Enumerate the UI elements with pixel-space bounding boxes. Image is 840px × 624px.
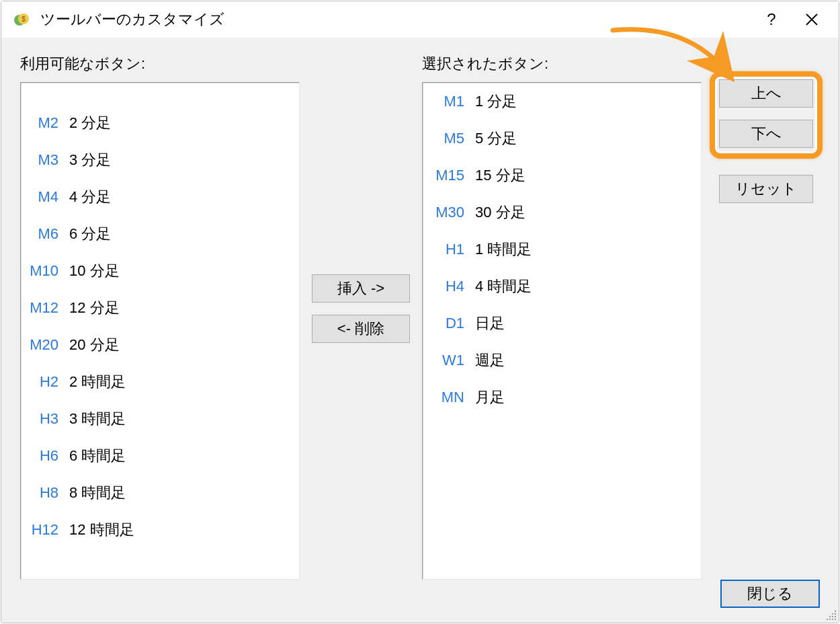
item-code: H2 — [28, 373, 65, 391]
item-desc: 12 時間足 — [65, 520, 134, 540]
item-desc: 6 分足 — [65, 224, 111, 244]
svg-rect-7 — [832, 616, 833, 617]
item-desc: 月足 — [471, 387, 505, 407]
svg-rect-4 — [832, 613, 833, 615]
list-item[interactable]: D1日足 — [423, 305, 701, 342]
item-code: M3 — [28, 151, 65, 169]
item-code: H1 — [429, 241, 471, 258]
selected-label: 選択されたボタン: — [422, 54, 702, 74]
item-code: M12 — [28, 299, 65, 317]
item-desc: 4 時間足 — [471, 276, 532, 297]
available-label: 利用可能なボタン: — [20, 54, 300, 74]
item-desc: 20 分足 — [65, 335, 120, 355]
item-code: M1 — [429, 93, 471, 110]
list-item[interactable]: H11 時間足 — [423, 231, 701, 268]
svg-rect-6 — [829, 616, 831, 617]
list-item[interactable]: H88 時間足 — [21, 474, 299, 511]
item-desc: 1 分足 — [471, 91, 517, 112]
item-code: H8 — [28, 484, 65, 502]
item-code: M5 — [429, 130, 471, 147]
item-code: M20 — [28, 336, 65, 354]
selected-column: 選択されたボタン: M11 分足M55 分足M1515 分足M3030 分足H1… — [422, 54, 702, 611]
item-code: M2 — [28, 114, 65, 132]
item-desc: 5 分足 — [471, 128, 517, 149]
item-code: H3 — [28, 410, 65, 428]
item-desc: 4 分足 — [65, 187, 111, 207]
list-item[interactable]: H33 時間足 — [21, 400, 299, 437]
item-code: MN — [429, 389, 471, 406]
item-code: H12 — [28, 521, 65, 539]
help-button[interactable]: ? — [751, 6, 792, 33]
transfer-buttons: 挿入 -> <- 削除 — [312, 54, 410, 611]
svg-rect-8 — [835, 616, 836, 617]
item-desc: 6 時間足 — [65, 446, 126, 466]
insert-button[interactable]: 挿入 -> — [312, 274, 410, 303]
item-code: M15 — [429, 167, 471, 184]
list-item[interactable]: H22 時間足 — [21, 363, 299, 400]
dialog-body: 利用可能なボタン: M22 分足M33 分足M44 分足M66 分足M1010 … — [1, 38, 839, 623]
order-buttons-column: 上へ 下へ リセット — [714, 54, 818, 611]
app-icon: $ — [13, 11, 31, 28]
svg-rect-10 — [829, 619, 831, 620]
list-item[interactable] — [21, 83, 299, 104]
available-column: 利用可能なボタン: M22 分足M33 分足M44 分足M66 分足M1010 … — [20, 54, 300, 611]
svg-rect-12 — [835, 619, 836, 620]
item-code: M6 — [28, 225, 65, 243]
list-item[interactable]: M66 分足 — [21, 215, 299, 252]
item-desc: 30 分足 — [471, 202, 526, 223]
list-item[interactable]: W1週足 — [423, 342, 701, 379]
list-item[interactable]: M11 分足 — [423, 83, 701, 120]
item-code: M30 — [429, 204, 471, 221]
list-item[interactable]: M44 分足 — [21, 178, 299, 215]
svg-rect-5 — [835, 613, 836, 615]
item-desc: 2 分足 — [65, 113, 111, 133]
list-item[interactable]: M1010 分足 — [21, 252, 299, 289]
item-code: D1 — [429, 315, 471, 332]
item-code: W1 — [429, 352, 471, 369]
item-desc: 10 分足 — [65, 261, 120, 281]
item-code: H6 — [28, 447, 65, 465]
list-item[interactable]: H66 時間足 — [21, 437, 299, 474]
window-title: ツールバーのカスタマイズ — [40, 9, 751, 30]
list-item[interactable]: M2020 分足 — [21, 326, 299, 363]
item-code: M4 — [28, 188, 65, 206]
move-up-button[interactable]: 上へ — [719, 79, 813, 108]
item-desc: 8 時間足 — [65, 483, 126, 503]
svg-rect-3 — [835, 611, 836, 612]
selected-listbox[interactable]: M11 分足M55 分足M1515 分足M3030 分足H11 時間足H44 時… — [422, 82, 702, 580]
list-item[interactable]: H1212 時間足 — [21, 511, 299, 548]
svg-rect-11 — [832, 619, 833, 620]
move-down-button[interactable]: 下へ — [719, 120, 813, 148]
list-item[interactable]: M1515 分足 — [423, 157, 701, 194]
item-desc: 1 時間足 — [471, 239, 532, 260]
item-desc: 3 分足 — [65, 150, 111, 170]
remove-button[interactable]: <- 削除 — [312, 315, 410, 343]
titlebar: $ ツールバーのカスタマイズ ? — [1, 1, 839, 38]
svg-rect-9 — [827, 619, 828, 620]
item-desc: 週足 — [471, 350, 505, 370]
svg-text:$: $ — [22, 15, 26, 23]
item-desc: 日足 — [471, 313, 505, 334]
reset-button[interactable]: リセット — [719, 175, 813, 203]
item-desc: 15 分足 — [471, 165, 526, 186]
available-listbox[interactable]: M22 分足M33 分足M44 分足M66 分足M1010 分足M1212 分足… — [20, 82, 300, 580]
list-item[interactable]: M33 分足 — [21, 141, 299, 178]
list-item[interactable]: H44 時間足 — [423, 268, 701, 305]
item-desc: 3 時間足 — [65, 409, 126, 429]
dialog-window: $ ツールバーのカスタマイズ ? 利用可能なボタン: M22 分足M33 分足M… — [1, 1, 839, 623]
item-desc: 2 時間足 — [65, 372, 126, 392]
resize-grip-icon[interactable] — [825, 609, 837, 621]
item-code: H4 — [429, 278, 471, 295]
list-item[interactable]: M3030 分足 — [423, 194, 701, 231]
item-code: M10 — [28, 262, 65, 280]
window-close-button[interactable] — [792, 6, 832, 33]
close-button[interactable]: 閉じる — [720, 580, 820, 608]
item-desc: 12 分足 — [65, 298, 120, 318]
list-item[interactable]: MN月足 — [423, 379, 701, 416]
list-item[interactable]: M22 分足 — [21, 104, 299, 141]
list-item[interactable]: M1212 分足 — [21, 289, 299, 326]
list-item[interactable]: M55 分足 — [423, 120, 701, 157]
